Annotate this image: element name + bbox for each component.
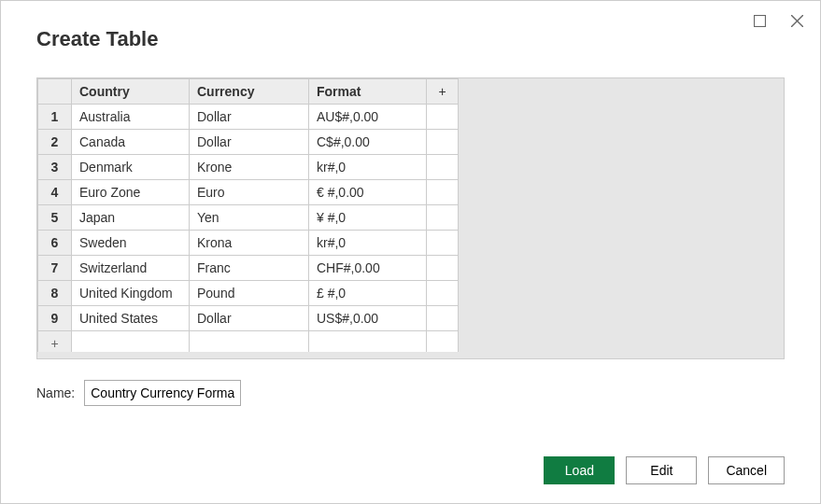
cell-blank[interactable]	[427, 130, 459, 155]
table-row[interactable]: 8United KingdomPound£ #,0	[38, 281, 459, 306]
table-row[interactable]: 5JapanYen¥ #,0	[38, 205, 459, 231]
table-row[interactable]: 3DenmarkKronekr#,0	[38, 155, 459, 180]
row-number[interactable]: 2	[38, 130, 72, 155]
window-controls	[751, 12, 805, 29]
table-row[interactable]: 9United StatesDollarUS$#,0.00	[38, 306, 459, 331]
cell-currency[interactable]: Yen	[190, 205, 309, 231]
table-row[interactable]: 4Euro ZoneEuro€ #,0.00	[38, 180, 459, 205]
cell-currency[interactable]: Dollar	[190, 306, 309, 331]
header-row: Country Currency Format +	[38, 79, 459, 105]
cell-country[interactable]: Euro Zone	[72, 180, 190, 205]
cancel-button[interactable]: Cancel	[708, 456, 785, 484]
close-icon[interactable]	[788, 12, 805, 29]
cell-country[interactable]: United States	[72, 306, 190, 331]
cell-format[interactable]: kr#,0	[309, 231, 427, 256]
name-row: Name:	[36, 380, 785, 406]
name-input[interactable]	[84, 380, 241, 406]
cell-blank[interactable]	[427, 105, 459, 130]
cell-format[interactable]: CHF#,0.00	[309, 256, 427, 281]
cell-country[interactable]: Sweden	[72, 231, 190, 256]
horizontal-scrollbar[interactable]	[37, 352, 784, 358]
cell-format[interactable]: AU$#,0.00	[309, 105, 427, 130]
add-column-button[interactable]: +	[427, 79, 459, 105]
table-grid-area: Country Currency Format + 1AustraliaDoll…	[36, 77, 785, 359]
name-label: Name:	[36, 385, 75, 400]
row-number[interactable]: 5	[38, 205, 72, 231]
cell-format[interactable]: US$#,0.00	[309, 306, 427, 331]
cell-country[interactable]: Denmark	[72, 155, 190, 180]
table-row[interactable]: 2CanadaDollarC$#,0.00	[38, 130, 459, 155]
column-header-currency[interactable]: Currency	[190, 79, 309, 105]
row-number[interactable]: 7	[38, 256, 72, 281]
cell-currency[interactable]: Dollar	[190, 105, 309, 130]
row-number[interactable]: 6	[38, 231, 72, 256]
cell-currency[interactable]: Pound	[190, 281, 309, 306]
cell-format[interactable]: ¥ #,0	[309, 205, 427, 231]
cell-format[interactable]: € #,0.00	[309, 180, 427, 205]
cell-blank[interactable]	[427, 256, 459, 281]
data-table[interactable]: Country Currency Format + 1AustraliaDoll…	[37, 78, 459, 357]
column-header-format[interactable]: Format	[309, 79, 427, 105]
row-number[interactable]: 4	[38, 180, 72, 205]
cell-currency[interactable]: Krone	[190, 155, 309, 180]
row-number[interactable]: 3	[38, 155, 72, 180]
maximize-icon[interactable]	[751, 12, 768, 29]
row-number[interactable]: 1	[38, 105, 72, 130]
table-row[interactable]: 1AustraliaDollarAU$#,0.00	[38, 105, 459, 130]
cell-format[interactable]: C$#,0.00	[309, 130, 427, 155]
cell-country[interactable]: Canada	[72, 130, 190, 155]
cell-blank[interactable]	[427, 205, 459, 231]
cell-country[interactable]: Japan	[72, 205, 190, 231]
cell-blank[interactable]	[427, 231, 459, 256]
cell-currency[interactable]: Dollar	[190, 130, 309, 155]
svg-rect-0	[754, 15, 765, 26]
cell-country[interactable]: United Kingdom	[72, 281, 190, 306]
cell-blank[interactable]	[427, 281, 459, 306]
dialog-title: Create Table	[36, 27, 785, 51]
cell-format[interactable]: £ #,0	[309, 281, 427, 306]
cell-country[interactable]: Switzerland	[72, 256, 190, 281]
row-number[interactable]: 9	[38, 306, 72, 331]
cell-format[interactable]: kr#,0	[309, 155, 427, 180]
cell-blank[interactable]	[427, 155, 459, 180]
table-row[interactable]: 7SwitzerlandFrancCHF#,0.00	[38, 256, 459, 281]
row-header-blank[interactable]	[38, 79, 72, 105]
row-number[interactable]: 8	[38, 281, 72, 306]
column-header-country[interactable]: Country	[72, 79, 190, 105]
cell-currency[interactable]: Euro	[190, 180, 309, 205]
edit-button[interactable]: Edit	[626, 456, 697, 484]
create-table-dialog: Create Table Country Currency Format + 1…	[0, 0, 821, 504]
cell-blank[interactable]	[427, 180, 459, 205]
cell-country[interactable]: Australia	[72, 105, 190, 130]
cell-blank[interactable]	[427, 306, 459, 331]
table-row[interactable]: 6SwedenKronakr#,0	[38, 231, 459, 256]
dialog-buttons: Load Edit Cancel	[544, 456, 785, 484]
cell-currency[interactable]: Franc	[190, 256, 309, 281]
load-button[interactable]: Load	[544, 456, 615, 484]
cell-currency[interactable]: Krona	[190, 231, 309, 256]
